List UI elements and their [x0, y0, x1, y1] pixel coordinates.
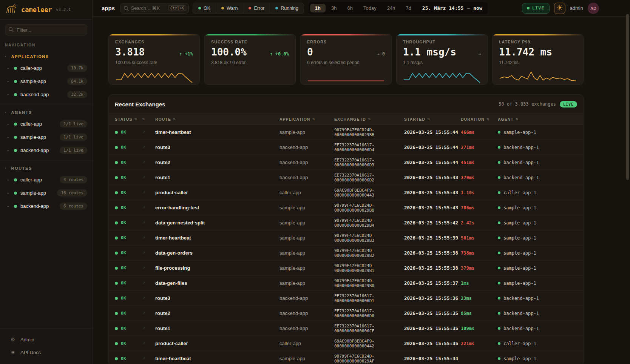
sidebar-item-sample-app[interactable]: ▸sample-app84.1k — [0, 75, 92, 88]
column-header-status[interactable]: STATUS⇅ — [115, 117, 142, 121]
table-row[interactable]: OK↗data-gen-filessample-app90799F47E6CD2… — [109, 276, 583, 291]
table-row[interactable]: OK↗route1backend-appEE7322370A10617-0000… — [109, 321, 583, 336]
agent-dot-icon — [498, 297, 500, 299]
date-from: 25. März 14:55 — [422, 5, 464, 11]
agent-dot-icon — [498, 237, 500, 239]
status-dot-icon — [221, 7, 224, 9]
agent-cell: sample-app-1 — [498, 266, 577, 271]
section-header-applications[interactable]: ▾APPLICATIONS — [0, 51, 92, 61]
time-range-3h[interactable]: 3h — [326, 4, 341, 12]
time-range-today[interactable]: Today — [358, 4, 381, 12]
user-avatar[interactable]: AD — [588, 3, 599, 14]
agent-name: caller-app-1 — [503, 190, 536, 195]
table-row[interactable]: OK↗data-gen-nested-splitsample-app90799F… — [109, 215, 583, 230]
sidebar-item-backend-app[interactable]: ▸backend-app1/1 live — [0, 144, 92, 157]
sidebar-item-label: caller-app — [20, 121, 42, 127]
column-header-route[interactable]: ROUTE⇅ — [155, 117, 279, 121]
sidebar-item-label: sample-app — [20, 190, 46, 196]
status-value: OK — [121, 235, 126, 240]
time-range-7d[interactable]: 7d — [401, 4, 416, 12]
table-row[interactable]: OK↗data-gen-orderssample-app90799F47E6CD… — [109, 246, 583, 261]
column-header-link[interactable]: ⇅ — [142, 117, 155, 121]
sidebar-item-caller-app[interactable]: ▸caller-app1/1 live — [0, 117, 92, 131]
agent-name: sample-app-1 — [503, 235, 536, 241]
table-row[interactable]: OK↗timer-heartbeatsample-app90799F47E6CD… — [109, 230, 583, 246]
footer-item-api-docs[interactable]: ≡API Docs — [0, 346, 92, 359]
column-header-duration[interactable]: DURATION⇅ — [461, 117, 498, 121]
status-cell: OK — [115, 311, 142, 316]
status-cell: OK — [115, 130, 142, 135]
time-range-6h[interactable]: 6h — [342, 4, 357, 12]
exchange-id-cell: EE7322370A10617-00000000000006D0 — [334, 309, 404, 318]
time-range-group: 1h3h6hToday24h7d 25. März 14:55 — now — [309, 2, 488, 14]
open-link-icon: ↗ — [142, 235, 155, 240]
application-cell: backend-app — [279, 175, 334, 180]
column-header-label: STARTED — [404, 117, 425, 121]
column-header-started[interactable]: STARTED⇅ — [404, 117, 461, 121]
table-live-badge[interactable]: LIVE — [560, 101, 577, 108]
started-cell: 2026-03-25 15:55:36 — [404, 295, 461, 301]
sidebar-item-sample-app[interactable]: ▸sample-app16 routes — [0, 186, 92, 200]
sidebar-item-badge: 10.7k — [67, 65, 87, 72]
section-header-agents[interactable]: ▾AGENTS — [0, 107, 92, 117]
status-dot-icon — [14, 149, 17, 152]
table-row[interactable]: OK↗route2backend-appEE7322370A10617-0000… — [109, 155, 583, 170]
sidebar-item-badge: 1/1 live — [60, 120, 87, 127]
time-range-1h[interactable]: 1h — [310, 4, 326, 12]
table-row[interactable]: OK↗timer-heartbeatsample-app90799F47E6CD… — [109, 125, 583, 140]
status-filter-running[interactable]: Running — [270, 3, 304, 14]
status-cell: OK — [115, 341, 142, 346]
table-row[interactable]: OK↗route1backend-appEE7322370A10617-0000… — [109, 170, 583, 185]
agent-name: sample-app-1 — [503, 281, 536, 286]
table-row[interactable]: OK↗route2backend-appEE7322370A10617-0000… — [109, 306, 583, 321]
column-header-exchange-id[interactable]: EXCHANGE ID⇅ — [334, 117, 404, 121]
table-row[interactable]: OK↗product-callercaller-app69AC90BF8EBC4… — [109, 185, 583, 200]
ok-dot-icon — [115, 237, 118, 240]
footer-item-admin[interactable]: ⚙Admin — [0, 333, 92, 346]
table-row[interactable]: OK↗product-callercaller-app69AC90BF8EBC4… — [109, 336, 583, 351]
sidebar-item-badge: 84.1k — [67, 78, 87, 85]
section-label: AGENTS — [11, 110, 32, 115]
application-cell: sample-app — [279, 265, 334, 271]
column-header-application[interactable]: APPLICATION⇅ — [279, 117, 334, 121]
sidebar-item-sample-app[interactable]: ▸sample-app1/1 live — [0, 131, 92, 144]
table-row[interactable]: OK↗timer-heartbeatsample-app90799F47E6CD… — [109, 351, 583, 364]
column-header-agent[interactable]: AGENT⇅ — [498, 117, 577, 121]
sidebar-item-label: sample-app — [20, 78, 46, 84]
duration-cell: 1ms — [461, 281, 498, 286]
duration-cell: 379ms — [461, 175, 498, 180]
time-range-24h[interactable]: 24h — [382, 4, 400, 12]
agent-name: backend-app-1 — [503, 160, 539, 165]
sidebar-item-backend-app[interactable]: ▸backend-app32.2k — [0, 88, 92, 101]
search-box[interactable]: Ctrl+K — [120, 3, 189, 14]
table-row[interactable]: OK↗file-processingsample-app90799F47E6CD… — [109, 261, 583, 276]
scrollbar-thumb[interactable] — [626, 14, 629, 180]
table-row[interactable]: OK↗route3backend-appEE7322370A10617-0000… — [109, 291, 583, 306]
live-toggle[interactable]: LIVE — [522, 3, 550, 14]
theme-toggle-button[interactable] — [554, 3, 565, 14]
filter-input[interactable] — [5, 24, 87, 35]
sidebar-item-caller-app[interactable]: ▸caller-app4 routes — [0, 173, 92, 186]
exchange-id-cell: 90799F47E6CD24D-00000000000029B2 — [334, 248, 404, 258]
status-filter-ok[interactable]: OK — [193, 3, 216, 14]
status-filter-warn[interactable]: Warn — [216, 3, 243, 14]
open-link-icon: ↗ — [142, 311, 155, 316]
table-row[interactable]: OK↗error-handling-testsample-app90799F47… — [109, 200, 583, 215]
table-row[interactable]: OK↗route3backend-appEE7322370A10617-0000… — [109, 140, 583, 155]
route-cell: timer-heartbeat — [155, 235, 279, 241]
status-dot-icon — [14, 192, 17, 195]
started-cell: 2026-03-25 15:55:35 — [404, 310, 461, 316]
sidebar-item-caller-app[interactable]: ▸caller-app10.7k — [0, 61, 92, 75]
stat-card-label: EXCHANGES — [115, 40, 193, 44]
agent-dot-icon — [498, 357, 500, 360]
section-header-routes[interactable]: ▾ROUTES — [0, 163, 92, 173]
status-cell: OK — [115, 356, 142, 361]
search-input[interactable] — [131, 6, 168, 11]
sidebar-item-badge: 6 routes — [60, 203, 87, 210]
search-icon — [124, 6, 129, 12]
sidebar-item-backend-app[interactable]: ▸backend-app6 routes — [0, 200, 92, 213]
ok-dot-icon — [115, 342, 118, 345]
status-filter-error[interactable]: Error — [243, 3, 270, 14]
status-dot-icon — [14, 67, 17, 70]
exchange-id-cell: 90799F47E6CD24D-00000000000029B3 — [334, 233, 404, 243]
